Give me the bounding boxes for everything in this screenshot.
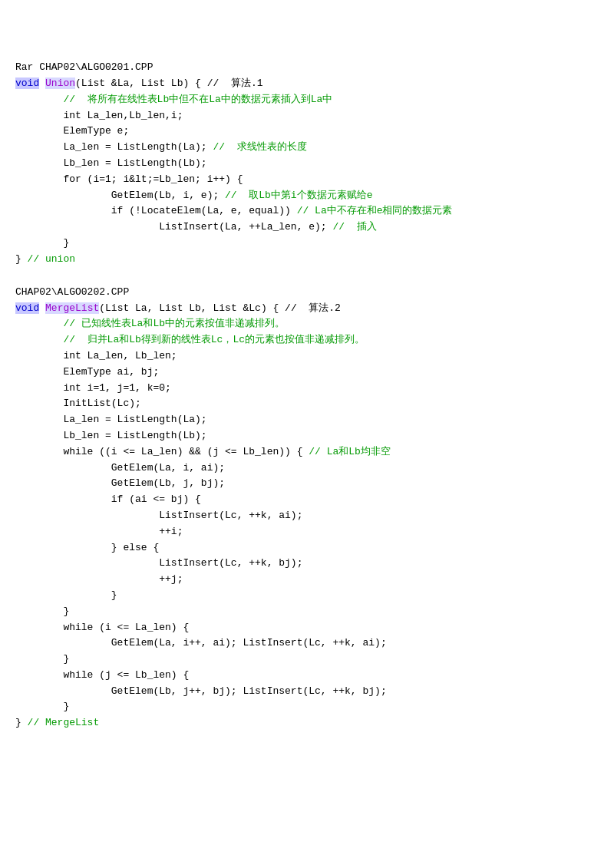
code-line: } — [15, 699, 599, 715]
code-line: ListInsert(Lc, ++k, bj); — [15, 556, 599, 572]
code-line: ListInsert(La, ++La_len, e); // 插入 — [15, 219, 599, 236]
code-line: GetElem(Lb, i, e); // 取Lb中第i个数据元素赋给e — [15, 188, 599, 204]
code-line: } — [15, 236, 599, 252]
file-label-1: Rar CHAP02\ALGO0201.CPP — [15, 61, 599, 73]
code-line: if (!LocateElem(La, e, equal)) // La中不存在… — [15, 203, 599, 219]
code-line: while (i <= La_len) { — [15, 620, 599, 636]
code-line: } // union — [15, 252, 599, 268]
code-line: Lb_len = ListLength(Lb); — [15, 428, 599, 444]
code-line: if (ai <= bj) { — [15, 492, 599, 508]
code-line: GetElem(Lb, j++, bj); ListInsert(Lc, ++k… — [15, 684, 599, 700]
code-line: // 归并La和Lb得到新的线性表Lc，Lc的元素也按值非递减排列。 — [15, 332, 599, 348]
code-line: ListInsert(Lc, ++k, ai); — [15, 508, 599, 524]
file-label-2: CHAP02\ALGO0202.CPP — [15, 286, 599, 298]
code-line: int La_len,Lb_len,i; — [15, 108, 599, 124]
code-line: } // MergeList — [15, 715, 599, 731]
code-line: int i=1, j=1, k=0; — [15, 381, 599, 397]
code-line: while (j <= Lb_len) { — [15, 668, 599, 684]
section-union: Rar CHAP02\ALGO0201.CPP void Union(List … — [15, 61, 599, 268]
code-line: ++i; — [15, 524, 599, 540]
code-line: } — [15, 588, 599, 604]
code-line: GetElem(La, i++, ai); ListInsert(Lc, ++k… — [15, 635, 599, 652]
code-line: } — [15, 652, 599, 668]
code-line: void MergeList(List La, List Lb, List &L… — [15, 301, 599, 317]
code-line: int La_len, Lb_len; — [15, 348, 599, 365]
code-line: GetElem(La, i, ai); — [15, 460, 599, 477]
code-line: La_len = ListLength(La); — [15, 412, 599, 428]
code-block-1: void Union(List &La, List Lb) { // 算法.1 … — [15, 76, 599, 268]
code-line: // 已知线性表La和Lb中的元素按值非递减排列。 — [15, 316, 599, 332]
code-line: Lb_len = ListLength(Lb); — [15, 156, 599, 172]
code-line: ElemType e; — [15, 124, 599, 140]
code-line: // 将所有在线性表Lb中但不在La中的数据元素插入到La中 — [15, 92, 599, 108]
code-line: } — [15, 604, 599, 620]
code-line: ElemType ai, bj; — [15, 365, 599, 381]
section-mergelist: CHAP02\ALGO0202.CPP void MergeList(List … — [15, 286, 599, 732]
code-line: for (i=1; i&lt;=Lb_len; i++) { — [15, 172, 599, 188]
code-block-2: void MergeList(List La, List Lb, List &L… — [15, 301, 599, 732]
code-line: while ((i <= La_len) && (j <= Lb_len)) {… — [15, 444, 599, 460]
code-editor: Rar CHAP02\ALGO0201.CPP void Union(List … — [15, 61, 599, 731]
code-line: } else { — [15, 540, 599, 556]
code-line: La_len = ListLength(La); // 求线性表的长度 — [15, 140, 599, 156]
code-line: InitList(Lc); — [15, 396, 599, 412]
code-line: ++j; — [15, 572, 599, 588]
code-line: GetElem(Lb, j, bj); — [15, 476, 599, 492]
